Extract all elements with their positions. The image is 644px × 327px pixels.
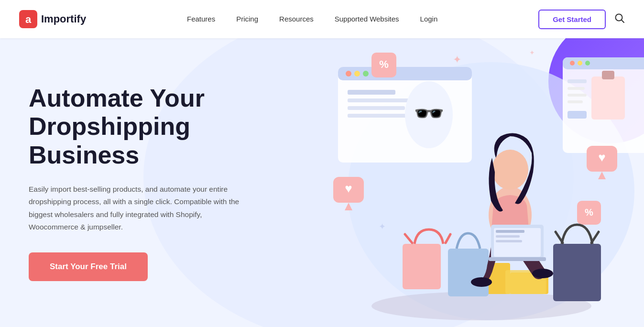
- hero-illustration: 🕶️ % ✦ ✦ ♥: [309, 38, 644, 327]
- svg-rect-12: [348, 106, 405, 110]
- svg-rect-17: [563, 57, 644, 69]
- svg-point-9: [363, 71, 369, 76]
- logo-link[interactable]: a Importify: [19, 10, 86, 28]
- svg-rect-61: [496, 240, 522, 242]
- hero-content: Automate Your Dropshipping Business Easi…: [29, 84, 296, 282]
- svg-point-55: [532, 269, 553, 278]
- logo-icon: a: [19, 10, 37, 28]
- nav-pricing[interactable]: Pricing: [236, 15, 258, 23]
- get-started-button[interactable]: Get Started: [538, 10, 606, 29]
- svg-rect-60: [496, 235, 520, 238]
- dropshipping-illustration: 🕶️ % ✦ ✦ ♥: [309, 38, 644, 327]
- svg-text:%: %: [585, 207, 593, 218]
- nav-features[interactable]: Features: [187, 15, 215, 23]
- svg-rect-25: [568, 94, 587, 97]
- svg-rect-59: [496, 230, 524, 233]
- svg-point-53: [492, 150, 528, 190]
- svg-text:a: a: [25, 13, 32, 25]
- svg-text:✦: ✦: [379, 222, 386, 231]
- nav-login[interactable]: Login: [420, 15, 438, 23]
- hero-section: Automate Your Dropshipping Business Easi…: [0, 38, 644, 327]
- nav-right: Get Started: [538, 10, 625, 29]
- svg-text:✦: ✦: [529, 49, 535, 56]
- svg-point-8: [354, 71, 360, 76]
- svg-point-54: [471, 277, 492, 287]
- nav-supported-websites[interactable]: Supported Websites: [335, 15, 399, 23]
- svg-text:♥: ♥: [598, 150, 605, 164]
- svg-rect-49: [553, 244, 601, 301]
- brand-name: Importify: [41, 13, 86, 25]
- search-icon[interactable]: [614, 13, 625, 26]
- svg-text:♥: ♥: [345, 181, 352, 196]
- navbar: a Importify Features Pricing Resources S…: [0, 0, 644, 38]
- svg-point-18: [570, 61, 575, 65]
- svg-rect-45: [403, 244, 441, 289]
- svg-rect-21: [591, 76, 625, 120]
- svg-text:✦: ✦: [453, 54, 461, 65]
- svg-rect-22: [602, 71, 614, 79]
- nav-links: Features Pricing Resources Supported Web…: [187, 15, 437, 23]
- svg-rect-10: [348, 90, 395, 95]
- hero-description: Easily import best-selling products, and…: [29, 183, 253, 233]
- svg-rect-27: [568, 111, 587, 119]
- svg-rect-13: [348, 114, 410, 118]
- svg-rect-24: [568, 87, 585, 90]
- svg-rect-26: [568, 100, 583, 103]
- svg-rect-23: [568, 79, 587, 83]
- svg-text:🕶️: 🕶️: [414, 98, 445, 128]
- svg-rect-57: [489, 257, 546, 261]
- svg-line-3: [622, 20, 624, 22]
- nav-resources[interactable]: Resources: [279, 15, 314, 23]
- svg-rect-48: [448, 249, 489, 296]
- hero-title: Automate Your Dropshipping Business: [29, 84, 296, 170]
- cta-button[interactable]: Start Your Free Trial: [29, 252, 148, 281]
- svg-text:%: %: [379, 58, 389, 70]
- svg-point-20: [585, 61, 590, 65]
- svg-point-19: [578, 61, 582, 65]
- svg-rect-11: [348, 98, 415, 102]
- svg-point-7: [346, 71, 351, 76]
